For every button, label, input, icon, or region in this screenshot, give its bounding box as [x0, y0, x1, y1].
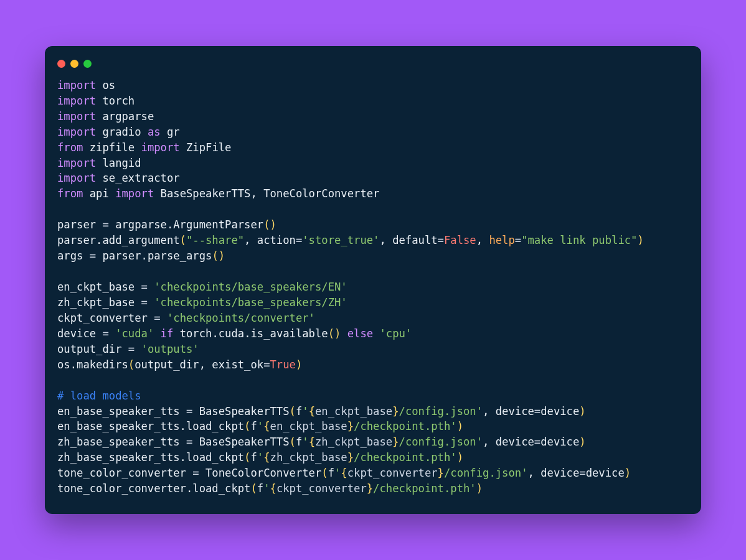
code-token: ' [257, 420, 263, 432]
code-token: , [476, 234, 489, 246]
code-token: import [141, 141, 180, 154]
code-token [148, 281, 154, 293]
code-token: en_base_speaker_tts.load_ckpt [57, 420, 244, 432]
code-token: /checkpoint.pth' [373, 482, 476, 495]
code-token: () [212, 250, 225, 262]
code-token: BaseSpeakerTTS [192, 436, 289, 448]
code-token [161, 312, 167, 324]
code-token: gradio [96, 126, 148, 138]
code-token: import [57, 95, 96, 107]
code-token: output_dir [57, 343, 128, 355]
code-token: tone_color_converter.load_ckpt [57, 482, 250, 495]
code-token: , device [527, 467, 579, 479]
code-token: /config.json' [399, 436, 483, 448]
code-token: import [57, 157, 96, 169]
code-token: /checkpoint.pth' [354, 451, 457, 464]
code-token: , device [483, 405, 534, 418]
code-token: parser.parse_args [96, 250, 212, 262]
code-token: ( [290, 405, 296, 418]
code-token: /config.json' [444, 467, 528, 479]
code-token: ' [263, 482, 270, 495]
code-token: ) [637, 234, 643, 246]
code-token: BaseSpeakerTTS [192, 405, 289, 418]
code-token: torch [96, 95, 135, 107]
code-token: } [347, 451, 354, 464]
code-token: output_dir, exist_ok [135, 358, 263, 371]
code-token: from [57, 187, 83, 200]
code-token: = [515, 234, 521, 246]
code-token: { [263, 451, 270, 464]
code-token: ( [128, 358, 135, 371]
code-token [109, 327, 115, 340]
code-token: api [83, 187, 115, 200]
code-token: ckpt_converter [57, 312, 154, 324]
code-token: ( [180, 234, 186, 246]
code-token: , default [379, 234, 437, 246]
code-token: "make link public" [521, 234, 637, 246]
code-token [135, 343, 141, 355]
code-token: import [115, 187, 154, 200]
code-token: = [192, 467, 199, 479]
code-token: = [534, 405, 541, 418]
code-token: /config.json' [399, 405, 483, 418]
code-token: help [489, 234, 514, 246]
code-token: en_base_speaker_tts [57, 405, 186, 418]
code-token: () [263, 218, 276, 231]
code-token: 'checkpoints/base_speakers/ZH' [154, 296, 347, 309]
code-token: 'cpu' [380, 327, 412, 340]
code-token: ) [457, 451, 463, 464]
code-token: zh_ckpt_base [270, 451, 347, 464]
code-token: f [296, 405, 302, 418]
code-token: } [367, 482, 373, 495]
code-token: parser [57, 218, 102, 231]
code-token [341, 327, 347, 340]
code-token: torch.cuda.is_available [173, 327, 328, 340]
code-token: zh_ckpt_base [315, 436, 392, 448]
code-token: = [579, 467, 585, 479]
code-token: = [438, 234, 444, 246]
code-token: f [296, 436, 302, 448]
code-token: os.makedirs [57, 358, 128, 371]
code-token: ) [296, 358, 302, 371]
code-token: import [57, 126, 96, 138]
code-token: 'store_true' [302, 234, 379, 246]
code-token: en_ckpt_base [270, 420, 347, 432]
code-token: ( [244, 420, 250, 432]
code-token: = [141, 296, 148, 309]
code-token: device [586, 467, 625, 479]
code-token: ) [476, 482, 483, 495]
code-token: , action [244, 234, 296, 246]
code-token: ( [250, 482, 257, 495]
code-token: "--share" [186, 234, 244, 246]
code-token: en_ckpt_base [57, 281, 141, 293]
code-token: { [270, 482, 276, 495]
code-token: , device [483, 436, 534, 448]
code-token: gr [161, 126, 180, 138]
code-block: import os import torch import argparse i… [45, 78, 701, 497]
close-icon[interactable] [57, 60, 65, 68]
zoom-icon[interactable] [83, 60, 92, 68]
code-token: 'checkpoints/base_speakers/EN' [154, 281, 347, 293]
code-token: 'cuda' [115, 327, 154, 340]
code-token: ( [244, 451, 250, 464]
code-token: ) [457, 420, 463, 432]
code-token: parser.add_argument [57, 234, 180, 246]
code-token: f [328, 467, 334, 479]
code-token: ' [302, 405, 308, 418]
code-token: ckpt_converter [276, 482, 367, 495]
minimize-icon[interactable] [70, 60, 78, 68]
code-token: ' [302, 436, 308, 448]
code-token: = [141, 281, 148, 293]
code-token: argparse [96, 110, 154, 123]
code-token: = [102, 218, 108, 231]
code-token: False [444, 234, 476, 246]
code-token: tone_color_converter [57, 467, 192, 479]
code-token: zipfile [83, 141, 141, 154]
code-token: = [186, 436, 192, 448]
code-token: { [263, 420, 270, 432]
code-token: argparse.ArgumentParser [109, 218, 263, 231]
code-token: import [57, 172, 96, 184]
code-token: ckpt_converter [347, 467, 438, 479]
code-token: en_ckpt_base [315, 405, 392, 418]
code-token: () [328, 327, 341, 340]
